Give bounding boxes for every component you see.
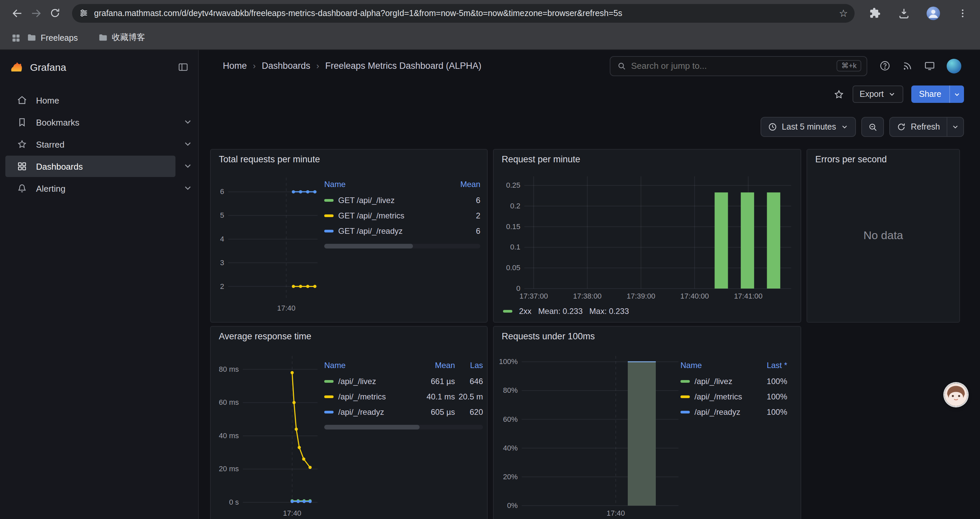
legend-series-name[interactable]: /api/_/readyz: [338, 407, 384, 417]
news-rss-icon[interactable]: [902, 61, 913, 71]
sidebar-item-home[interactable]: Home: [5, 89, 175, 111]
kiosk-monitor-icon[interactable]: [924, 60, 935, 72]
search-shortcut: ⌘+k: [837, 60, 861, 72]
legend-col-name[interactable]: Name: [324, 361, 415, 370]
chevron-down-icon[interactable]: [183, 139, 193, 149]
response-time-line-chart[interactable]: 80 ms60 ms40 ms20 ms0 s17:40: [215, 351, 321, 519]
legend-row[interactable]: /api/_/livez 661 µs 646: [324, 374, 483, 389]
legend-col-mean[interactable]: Mean: [445, 180, 480, 189]
bookmark-freeleaps[interactable]: Freeleaps: [24, 31, 80, 45]
home-icon: [17, 95, 27, 105]
header-icons: [879, 58, 961, 73]
back-icon[interactable]: [8, 4, 27, 22]
legend-row[interactable]: /api/_/metrics 100%: [681, 389, 787, 404]
legend-row[interactable]: /api/_/livez 100%: [681, 374, 787, 389]
url-bar[interactable]: grafana.mathmast.com/d/deytv4rwavabkb/fr…: [72, 4, 854, 22]
favorite-star-icon[interactable]: [833, 88, 844, 100]
legend-series-name[interactable]: GET /api/_/metrics: [338, 211, 404, 220]
time-range-picker[interactable]: Last 5 minutes: [760, 117, 856, 137]
legend-row[interactable]: GET /api/_/readyz 6: [324, 223, 480, 238]
search-box[interactable]: ⌘+k: [610, 56, 867, 76]
svg-text:2: 2: [220, 282, 224, 291]
scrollbar-thumb[interactable]: [324, 244, 413, 249]
legend-scrollbar[interactable]: [324, 425, 483, 430]
legend-series-last: 646: [455, 376, 483, 386]
legend-col-mean[interactable]: Mean: [415, 361, 455, 370]
sidebar-collapse-icon[interactable]: [177, 61, 189, 72]
url-text[interactable]: grafana.mathmast.com/d/deytv4rwavabkb/fr…: [94, 8, 834, 18]
panel-title[interactable]: Average response time: [219, 331, 311, 341]
legend-series-mean: 661 µs: [415, 376, 455, 386]
legend-col-name[interactable]: Name: [681, 361, 752, 370]
browser-actions: [865, 4, 972, 22]
legend-series-name[interactable]: GET /api/_/readyz: [338, 226, 402, 235]
refresh-interval-caret[interactable]: [947, 117, 964, 137]
bookmark-star-icon[interactable]: ☆: [839, 7, 848, 19]
star-icon: [17, 139, 27, 150]
extensions-icon[interactable]: [865, 4, 884, 22]
folder-icon: [27, 33, 37, 43]
panel-legend: Name Last * /api/_/livez 100% /api/_/met…: [681, 357, 787, 420]
legend-col-last[interactable]: Las: [455, 361, 483, 370]
legend-row[interactable]: /api/_/readyz 100%: [681, 404, 787, 420]
site-info-icon[interactable]: [79, 8, 89, 18]
bookmark-blog[interactable]: 收藏博客: [95, 30, 148, 45]
panel-title[interactable]: Requests under 100ms: [502, 331, 595, 341]
request-per-minute-bar-chart[interactable]: 00.050.10.150.20.2517:37:0017:38:0017:39…: [499, 171, 795, 302]
legend-row[interactable]: GET /api/_/metrics 2: [324, 208, 480, 223]
scrollbar-thumb[interactable]: [324, 425, 420, 430]
legend-series-name[interactable]: 2xx: [519, 307, 531, 316]
series-color-chip: [324, 199, 334, 201]
chevron-down-icon: [841, 123, 849, 131]
sidebar-item-starred[interactable]: Starred: [5, 134, 175, 155]
svg-text:4: 4: [220, 235, 224, 243]
refresh-button[interactable]: Refresh: [889, 117, 947, 137]
legend-col-name[interactable]: Name: [324, 180, 445, 189]
help-icon[interactable]: [879, 60, 891, 72]
legend-scrollbar[interactable]: [324, 244, 480, 249]
chevron-down-icon[interactable]: [183, 183, 193, 193]
zoom-out-button[interactable]: [861, 117, 884, 137]
panel-legend: Name Mean GET /api/_/livez 6 GET /api/_/…: [324, 176, 480, 249]
chevron-down-icon[interactable]: [183, 117, 193, 127]
download-icon[interactable]: [895, 4, 913, 22]
sidebar-item-bookmarks[interactable]: Bookmarks: [5, 112, 175, 133]
legend-row[interactable]: GET /api/_/livez 6: [324, 192, 480, 208]
share-menu-caret[interactable]: [949, 86, 964, 103]
svg-text:0.25: 0.25: [506, 181, 520, 189]
legend-series-last: 20.5 m: [455, 392, 483, 401]
chevron-down-icon[interactable]: [183, 161, 193, 171]
series-color-chip: [324, 395, 334, 398]
export-button[interactable]: Export: [852, 86, 903, 103]
legend-series-name[interactable]: /api/_/readyz: [694, 407, 740, 417]
legend-series-name[interactable]: /api/_/livez: [338, 376, 376, 386]
sidebar-item-dashboards[interactable]: Dashboards: [5, 156, 175, 177]
bookmark-icon: [17, 117, 27, 128]
panel-title[interactable]: Total requests per minute: [219, 154, 320, 164]
requests-under-100ms-bar-chart[interactable]: 100%80%60%40%20%0%17:40: [499, 351, 682, 519]
legend-series-name[interactable]: /api/_/metrics: [338, 392, 386, 401]
share-button[interactable]: Share: [911, 86, 949, 103]
total-requests-line-chart[interactable]: 6543217:40: [215, 172, 321, 314]
user-avatar[interactable]: [947, 58, 961, 73]
search-input[interactable]: [631, 61, 837, 71]
svg-text:40 ms: 40 ms: [219, 431, 239, 440]
legend-series-name[interactable]: GET /api/_/livez: [338, 195, 395, 205]
forward-icon[interactable]: [27, 4, 45, 22]
legend-row[interactable]: /api/_/readyz 605 µs 620: [324, 404, 483, 420]
browser-menu-icon[interactable]: [953, 4, 972, 22]
legend-col-last[interactable]: Last *: [752, 361, 787, 370]
reload-icon[interactable]: [45, 4, 64, 22]
sidebar-item-alerting[interactable]: Alerting: [5, 178, 175, 199]
breadcrumb-home[interactable]: Home: [223, 61, 247, 71]
legend-series-name[interactable]: /api/_/metrics: [694, 392, 742, 401]
apps-grid-icon[interactable]: [8, 30, 24, 46]
svg-text:17:37:00: 17:37:00: [519, 292, 548, 300]
legend-row[interactable]: /api/_/metrics 40.1 ms 20.5 m: [324, 389, 483, 404]
floating-assistant-avatar[interactable]: [945, 383, 967, 406]
legend-series-name[interactable]: /api/_/livez: [694, 376, 732, 386]
svg-text:100%: 100%: [499, 357, 518, 366]
breadcrumb-dashboards[interactable]: Dashboards: [262, 61, 310, 71]
profile-avatar[interactable]: [924, 4, 943, 22]
panel-title[interactable]: Request per minute: [502, 154, 581, 164]
